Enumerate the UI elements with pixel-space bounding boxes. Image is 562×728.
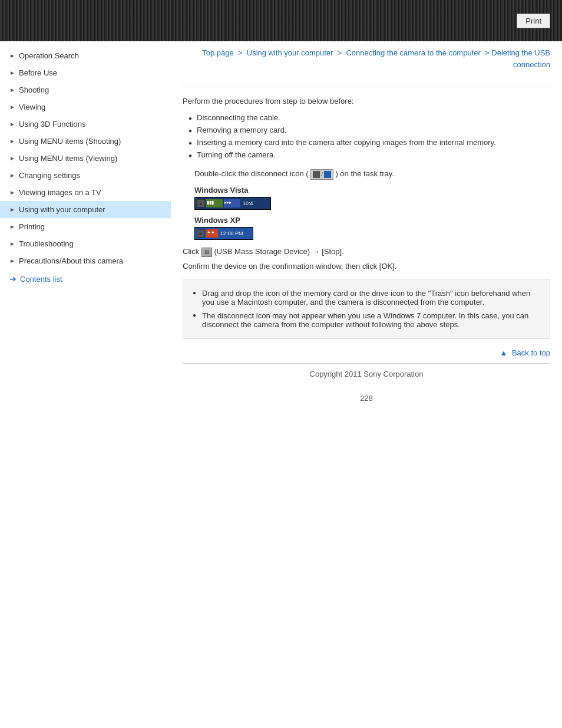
header-bar: Print xyxy=(0,0,562,41)
tray-red-bar: ✦✦ xyxy=(206,229,218,238)
sidebar-item-operation-search[interactable]: ► Operation Search xyxy=(0,47,171,64)
usb-icon-1 xyxy=(313,171,320,178)
contents-list-arrow-icon: ➔ xyxy=(9,274,16,284)
sidebar-arrow-icon: ► xyxy=(9,121,15,127)
footer-bar: Copyright 2011 Sony Corporation xyxy=(183,363,550,384)
sidebar-item-troubleshooting[interactable]: ► Troubleshooting xyxy=(0,235,171,252)
breadcrumb-deleting[interactable]: Deleting the USB connection xyxy=(491,48,550,69)
sidebar-item-label: Using 3D Functions xyxy=(19,120,165,129)
back-to-top-label: Back to top xyxy=(512,348,550,357)
print-button[interactable]: Print xyxy=(517,14,550,28)
contents-list-link[interactable]: ➔ Contents list xyxy=(0,269,171,288)
double-click-instruction: Double-click the disconnect icon ( / ) o… xyxy=(183,169,550,180)
sidebar-arrow-icon: ► xyxy=(9,189,15,196)
sidebar-item-label: Operation Search xyxy=(19,51,165,60)
sidebar-arrow-icon: ► xyxy=(9,206,15,213)
sidebar-item-precautions[interactable]: ► Precautions/About this camera xyxy=(0,252,171,269)
sidebar-arrow-icon: ► xyxy=(9,155,15,162)
windows-xp-taskbar: ■ ✦✦ 12:00 PM xyxy=(194,227,253,240)
notes-list: Drag and drop the icon of the memory car… xyxy=(193,286,540,331)
content-area: Top page > Using with your computer > Co… xyxy=(171,41,562,418)
sidebar-item-label: Precautions/About this camera xyxy=(19,256,165,265)
click-prefix: Click xyxy=(183,247,201,256)
sidebar-arrow-icon: ► xyxy=(9,104,15,110)
windows-vista-block: Windows Vista ■ ▮▮▮ ▸▸▸ 10:4 xyxy=(194,186,550,210)
step-item: Inserting a memory card into the camera … xyxy=(189,136,550,149)
sidebar-arrow-icon: ► xyxy=(9,258,15,264)
windows-vista-label: Windows Vista xyxy=(194,186,550,195)
breadcrumb-top-page[interactable]: Top page xyxy=(202,48,234,57)
sidebar-item-using-menu-viewing[interactable]: ► Using MENU items (Viewing) xyxy=(0,150,171,167)
step-item: Removing a memory card. xyxy=(189,124,550,136)
sidebar-arrow-icon: ► xyxy=(9,223,15,230)
sidebar-item-using-3d[interactable]: ► Using 3D Functions xyxy=(0,116,171,133)
usb-icon-2 xyxy=(324,171,331,178)
sidebar-item-viewing[interactable]: ► Viewing xyxy=(0,98,171,116)
disconnect-icon: / xyxy=(310,169,333,180)
tray-blue-bar: ▸▸▸ xyxy=(224,199,240,207)
sidebar-item-label: Shooting xyxy=(19,85,165,94)
sidebar-arrow-icon: ► xyxy=(9,172,15,179)
page-number: 228 xyxy=(183,384,550,406)
sidebar-item-shooting[interactable]: ► Shooting xyxy=(0,81,171,98)
sidebar-item-label: Using with your computer xyxy=(19,205,165,214)
back-to-top[interactable]: ▲ Back to top xyxy=(183,348,550,357)
sidebar-item-using-with-computer[interactable]: ► Using with your computer xyxy=(0,201,171,218)
confirm-instruction: Confirm the device on the confirmation w… xyxy=(183,262,550,271)
usb-storage-icon: ⊞ xyxy=(201,248,212,257)
note-box: Drag and drop the icon of the memory car… xyxy=(183,279,550,339)
windows-xp-block: Windows XP ■ ✦✦ 12:00 PM xyxy=(194,216,550,240)
tray-time-vista: 10:4 xyxy=(243,200,253,206)
copyright-text: Copyright 2011 Sony Corporation xyxy=(310,370,424,378)
sidebar-item-label: Using MENU items (Viewing) xyxy=(19,154,165,163)
sidebar-arrow-icon: ► xyxy=(9,241,15,247)
contents-list-label: Contents list xyxy=(20,275,62,284)
sidebar-arrow-icon: ► xyxy=(9,138,15,144)
sidebar-item-viewing-images-tv[interactable]: ► Viewing images on a TV xyxy=(0,184,171,201)
breadcrumb: Top page > Using with your computer > Co… xyxy=(183,47,550,70)
tray-time-xp: 12:00 PM xyxy=(220,230,243,236)
sidebar-item-label: Printing xyxy=(19,222,165,231)
sidebar-item-label: Changing settings xyxy=(19,171,165,180)
step-intro-text: Perform the procedures from step to belo… xyxy=(183,97,550,106)
note-item: The disconnect icon may not appear when … xyxy=(193,309,540,331)
click-suffix: (USB Mass Storage Device) → [Stop]. xyxy=(214,247,343,256)
windows-vista-taskbar: ■ ▮▮▮ ▸▸▸ 10:4 xyxy=(194,197,271,210)
windows-xp-label: Windows XP xyxy=(194,216,550,225)
step-item: Disconnecting the cable. xyxy=(189,111,550,124)
sidebar-item-label: Viewing images on a TV xyxy=(19,188,165,197)
sidebar-item-label: Troubleshooting xyxy=(19,239,165,248)
sidebar-item-using-menu-shooting[interactable]: ► Using MENU items (Shooting) xyxy=(0,133,171,150)
sidebar: ► Operation Search ► Before Use ► Shooti… xyxy=(0,41,171,418)
sidebar-item-changing-settings[interactable]: ► Changing settings xyxy=(0,167,171,184)
tray-icon-xp: ■ xyxy=(197,229,205,238)
sidebar-item-before-use[interactable]: ► Before Use xyxy=(0,64,171,81)
back-to-top-link[interactable]: ▲ Back to top xyxy=(500,348,550,357)
back-to-top-icon: ▲ xyxy=(500,348,507,357)
tray-green-bar: ▮▮▮ xyxy=(206,199,223,207)
click-instruction: Click ⊞ (USB Mass Storage Device) → [Sto… xyxy=(183,247,550,257)
breadcrumb-using-with-computer[interactable]: Using with your computer xyxy=(247,48,333,57)
sidebar-arrow-icon: ► xyxy=(9,52,15,59)
step-item: Turning off the camera. xyxy=(189,149,550,161)
sidebar-arrow-icon: ► xyxy=(9,87,15,93)
page-title xyxy=(183,82,550,87)
sidebar-item-label: Using MENU items (Shooting) xyxy=(19,137,165,146)
slash-icon: / xyxy=(321,172,323,177)
breadcrumb-connecting-camera[interactable]: Connecting the camera to the computer xyxy=(346,48,480,57)
main-layout: ► Operation Search ► Before Use ► Shooti… xyxy=(0,41,562,418)
note-item: Drag and drop the icon of the memory car… xyxy=(193,286,540,309)
step-list: Disconnecting the cable.Removing a memor… xyxy=(183,111,550,161)
tray-icon-1: ■ xyxy=(197,199,205,207)
sidebar-item-label: Viewing xyxy=(19,103,165,111)
sidebar-arrow-icon: ► xyxy=(9,70,15,76)
sidebar-item-printing[interactable]: ► Printing xyxy=(0,218,171,235)
sidebar-item-label: Before Use xyxy=(19,68,165,77)
